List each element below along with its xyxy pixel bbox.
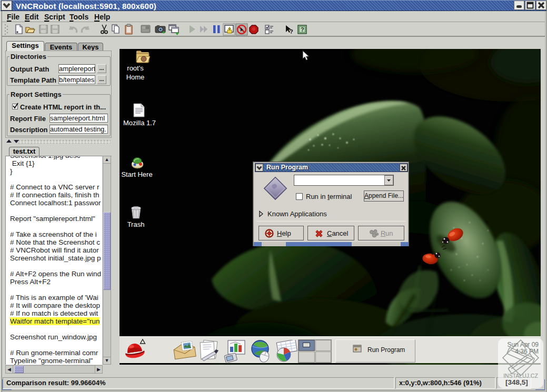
svg-text:?: ? — [290, 28, 293, 35]
svg-text:?: ? — [301, 26, 304, 33]
